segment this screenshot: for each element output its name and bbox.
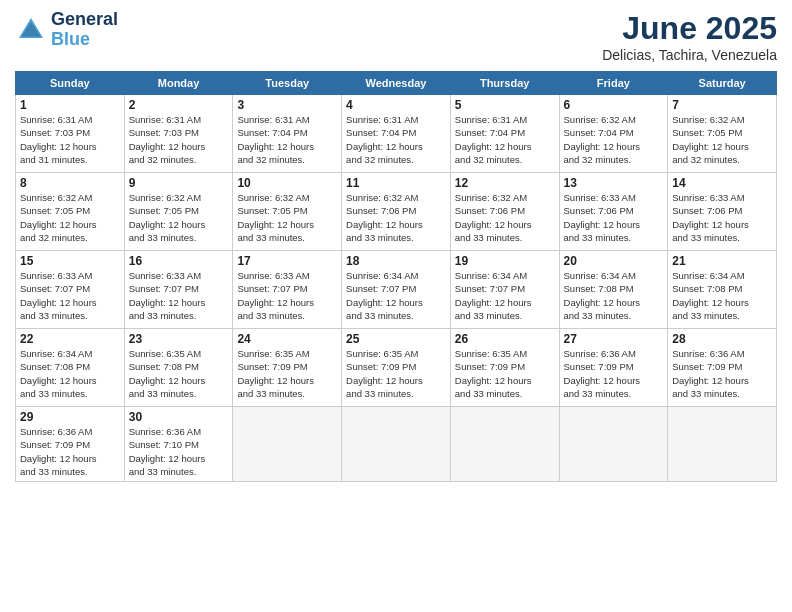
day-number: 7	[672, 98, 772, 112]
day-info: Sunrise: 6:35 AMSunset: 7:09 PMDaylight:…	[237, 347, 337, 400]
calendar-cell: 12Sunrise: 6:32 AMSunset: 7:06 PMDayligh…	[450, 173, 559, 251]
day-number: 13	[564, 176, 664, 190]
logo-icon	[15, 14, 47, 46]
calendar-body: 1Sunrise: 6:31 AMSunset: 7:03 PMDaylight…	[16, 95, 777, 482]
day-info: Sunrise: 6:32 AMSunset: 7:05 PMDaylight:…	[237, 191, 337, 244]
day-info: Sunrise: 6:33 AMSunset: 7:06 PMDaylight:…	[564, 191, 664, 244]
calendar-cell	[233, 407, 342, 482]
day-number: 2	[129, 98, 229, 112]
page: General Blue June 2025 Delicias, Tachira…	[0, 0, 792, 612]
header-wednesday: Wednesday	[342, 72, 451, 95]
day-info: Sunrise: 6:32 AMSunset: 7:05 PMDaylight:…	[129, 191, 229, 244]
location: Delicias, Tachira, Venezuela	[602, 47, 777, 63]
day-info: Sunrise: 6:32 AMSunset: 7:05 PMDaylight:…	[672, 113, 772, 166]
day-number: 25	[346, 332, 446, 346]
day-info: Sunrise: 6:33 AMSunset: 7:07 PMDaylight:…	[129, 269, 229, 322]
calendar-cell: 11Sunrise: 6:32 AMSunset: 7:06 PMDayligh…	[342, 173, 451, 251]
day-number: 18	[346, 254, 446, 268]
calendar-cell: 7Sunrise: 6:32 AMSunset: 7:05 PMDaylight…	[668, 95, 777, 173]
calendar-header-row: Sunday Monday Tuesday Wednesday Thursday…	[16, 72, 777, 95]
calendar-cell: 4Sunrise: 6:31 AMSunset: 7:04 PMDaylight…	[342, 95, 451, 173]
day-number: 28	[672, 332, 772, 346]
header-saturday: Saturday	[668, 72, 777, 95]
day-number: 23	[129, 332, 229, 346]
day-info: Sunrise: 6:32 AMSunset: 7:06 PMDaylight:…	[455, 191, 555, 244]
calendar-cell: 8Sunrise: 6:32 AMSunset: 7:05 PMDaylight…	[16, 173, 125, 251]
title-block: June 2025 Delicias, Tachira, Venezuela	[602, 10, 777, 63]
calendar-cell: 26Sunrise: 6:35 AMSunset: 7:09 PMDayligh…	[450, 329, 559, 407]
day-info: Sunrise: 6:35 AMSunset: 7:08 PMDaylight:…	[129, 347, 229, 400]
day-number: 12	[455, 176, 555, 190]
day-number: 22	[20, 332, 120, 346]
calendar-cell	[450, 407, 559, 482]
day-number: 4	[346, 98, 446, 112]
calendar-cell: 10Sunrise: 6:32 AMSunset: 7:05 PMDayligh…	[233, 173, 342, 251]
day-number: 1	[20, 98, 120, 112]
calendar-cell: 14Sunrise: 6:33 AMSunset: 7:06 PMDayligh…	[668, 173, 777, 251]
day-number: 16	[129, 254, 229, 268]
day-info: Sunrise: 6:32 AMSunset: 7:04 PMDaylight:…	[564, 113, 664, 166]
calendar-cell: 23Sunrise: 6:35 AMSunset: 7:08 PMDayligh…	[124, 329, 233, 407]
calendar-cell	[342, 407, 451, 482]
calendar-cell: 16Sunrise: 6:33 AMSunset: 7:07 PMDayligh…	[124, 251, 233, 329]
day-info: Sunrise: 6:36 AMSunset: 7:09 PMDaylight:…	[672, 347, 772, 400]
day-number: 8	[20, 176, 120, 190]
header-monday: Monday	[124, 72, 233, 95]
calendar-cell: 19Sunrise: 6:34 AMSunset: 7:07 PMDayligh…	[450, 251, 559, 329]
calendar-cell: 15Sunrise: 6:33 AMSunset: 7:07 PMDayligh…	[16, 251, 125, 329]
calendar-cell: 1Sunrise: 6:31 AMSunset: 7:03 PMDaylight…	[16, 95, 125, 173]
day-number: 9	[129, 176, 229, 190]
calendar: Sunday Monday Tuesday Wednesday Thursday…	[15, 71, 777, 482]
calendar-cell: 30Sunrise: 6:36 AMSunset: 7:10 PMDayligh…	[124, 407, 233, 482]
day-number: 29	[20, 410, 120, 424]
day-info: Sunrise: 6:31 AMSunset: 7:03 PMDaylight:…	[129, 113, 229, 166]
day-number: 3	[237, 98, 337, 112]
calendar-cell	[559, 407, 668, 482]
calendar-cell: 27Sunrise: 6:36 AMSunset: 7:09 PMDayligh…	[559, 329, 668, 407]
calendar-cell	[668, 407, 777, 482]
day-number: 21	[672, 254, 772, 268]
day-number: 6	[564, 98, 664, 112]
calendar-cell: 22Sunrise: 6:34 AMSunset: 7:08 PMDayligh…	[16, 329, 125, 407]
day-number: 10	[237, 176, 337, 190]
day-number: 27	[564, 332, 664, 346]
day-info: Sunrise: 6:33 AMSunset: 7:06 PMDaylight:…	[672, 191, 772, 244]
header-tuesday: Tuesday	[233, 72, 342, 95]
calendar-cell: 17Sunrise: 6:33 AMSunset: 7:07 PMDayligh…	[233, 251, 342, 329]
calendar-cell: 28Sunrise: 6:36 AMSunset: 7:09 PMDayligh…	[668, 329, 777, 407]
header: General Blue June 2025 Delicias, Tachira…	[15, 10, 777, 63]
calendar-cell: 6Sunrise: 6:32 AMSunset: 7:04 PMDaylight…	[559, 95, 668, 173]
day-info: Sunrise: 6:34 AMSunset: 7:08 PMDaylight:…	[20, 347, 120, 400]
month-title: June 2025	[602, 10, 777, 47]
day-info: Sunrise: 6:32 AMSunset: 7:06 PMDaylight:…	[346, 191, 446, 244]
day-number: 14	[672, 176, 772, 190]
calendar-cell: 9Sunrise: 6:32 AMSunset: 7:05 PMDaylight…	[124, 173, 233, 251]
logo-text: General Blue	[51, 10, 118, 50]
day-info: Sunrise: 6:31 AMSunset: 7:04 PMDaylight:…	[346, 113, 446, 166]
day-info: Sunrise: 6:33 AMSunset: 7:07 PMDaylight:…	[237, 269, 337, 322]
header-friday: Friday	[559, 72, 668, 95]
logo: General Blue	[15, 10, 118, 50]
day-info: Sunrise: 6:31 AMSunset: 7:03 PMDaylight:…	[20, 113, 120, 166]
day-info: Sunrise: 6:36 AMSunset: 7:09 PMDaylight:…	[20, 425, 120, 478]
day-number: 19	[455, 254, 555, 268]
day-number: 26	[455, 332, 555, 346]
day-info: Sunrise: 6:33 AMSunset: 7:07 PMDaylight:…	[20, 269, 120, 322]
day-info: Sunrise: 6:32 AMSunset: 7:05 PMDaylight:…	[20, 191, 120, 244]
header-sunday: Sunday	[16, 72, 125, 95]
day-number: 20	[564, 254, 664, 268]
calendar-cell: 29Sunrise: 6:36 AMSunset: 7:09 PMDayligh…	[16, 407, 125, 482]
calendar-cell: 5Sunrise: 6:31 AMSunset: 7:04 PMDaylight…	[450, 95, 559, 173]
day-info: Sunrise: 6:31 AMSunset: 7:04 PMDaylight:…	[237, 113, 337, 166]
day-number: 24	[237, 332, 337, 346]
day-info: Sunrise: 6:35 AMSunset: 7:09 PMDaylight:…	[455, 347, 555, 400]
calendar-cell: 21Sunrise: 6:34 AMSunset: 7:08 PMDayligh…	[668, 251, 777, 329]
day-number: 15	[20, 254, 120, 268]
calendar-cell: 18Sunrise: 6:34 AMSunset: 7:07 PMDayligh…	[342, 251, 451, 329]
calendar-cell: 13Sunrise: 6:33 AMSunset: 7:06 PMDayligh…	[559, 173, 668, 251]
day-info: Sunrise: 6:34 AMSunset: 7:07 PMDaylight:…	[455, 269, 555, 322]
calendar-cell: 20Sunrise: 6:34 AMSunset: 7:08 PMDayligh…	[559, 251, 668, 329]
day-number: 30	[129, 410, 229, 424]
calendar-cell: 2Sunrise: 6:31 AMSunset: 7:03 PMDaylight…	[124, 95, 233, 173]
day-info: Sunrise: 6:34 AMSunset: 7:08 PMDaylight:…	[672, 269, 772, 322]
